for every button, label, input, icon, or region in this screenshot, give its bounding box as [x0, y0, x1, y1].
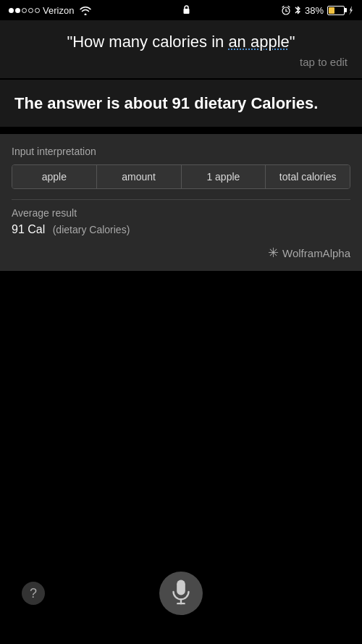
siri-query-area: "How many calories in an apple" tap to e… [0, 20, 362, 78]
interpretation-grid: apple amount 1 apple total calories [12, 164, 350, 189]
answer-area: The answer is about 91 dietary Calories. [0, 80, 362, 127]
signal-dot-3 [22, 8, 27, 13]
battery-fill [329, 7, 334, 14]
battery-percentage: 38% [305, 5, 324, 16]
input-interpretation-label: Input interpretation [12, 146, 350, 157]
divider [12, 199, 350, 200]
carrier-name: Verizon [43, 5, 74, 16]
signal-dots [9, 8, 40, 13]
query-start: "How many calories in [67, 33, 228, 51]
svg-rect-7 [177, 580, 185, 595]
status-center [182, 4, 190, 17]
wolfram-card: Input interpretation apple amount 1 appl… [0, 134, 362, 271]
bluetooth-icon [295, 5, 301, 15]
status-left: Verizon [9, 5, 91, 16]
average-result-label: Average result [12, 207, 350, 219]
signal-dot-4 [28, 8, 33, 13]
result-value: 91 Cal (dietary Calories) [12, 223, 350, 236]
wifi-icon [80, 6, 91, 15]
status-right: 38% [281, 5, 353, 16]
tap-to-edit[interactable]: tap to edit [14, 56, 348, 68]
interp-cell-quantity: 1 apple [182, 165, 266, 188]
interp-cell-total-calories: total calories [266, 165, 350, 188]
signal-dot-5 [35, 8, 40, 13]
query-text[interactable]: "How many calories in an apple" [14, 32, 348, 53]
charging-icon [348, 6, 353, 15]
wolfram-asterisk-icon: ✳ [268, 245, 279, 261]
bottom-controls: ? [0, 564, 362, 622]
status-bar: Verizon 38% [0, 0, 362, 20]
wolfram-alpha-label: WolframAlpha [282, 247, 350, 259]
answer-text: The answer is about 91 dietary Calories. [14, 93, 348, 114]
mic-button[interactable] [159, 572, 203, 615]
signal-dot-1 [9, 8, 14, 13]
result-unit: (dietary Calories) [53, 224, 130, 235]
battery-indicator [327, 6, 345, 15]
svg-rect-0 [183, 9, 189, 14]
question-icon: ? [30, 586, 37, 601]
microphone-icon [171, 580, 191, 608]
interp-cell-apple: apple [12, 165, 97, 188]
svg-line-4 [282, 7, 284, 8]
siri-bottom-area: ? [0, 369, 362, 644]
svg-line-5 [288, 7, 290, 8]
help-button[interactable]: ? [22, 582, 45, 605]
query-underlined: an apple [228, 33, 289, 51]
lock-icon [182, 4, 190, 14]
query-end: " [290, 33, 295, 51]
interp-cell-amount: amount [97, 165, 182, 188]
svg-marker-6 [349, 6, 353, 15]
wolfram-branding: ✳ WolframAlpha [12, 245, 350, 261]
signal-dot-2 [15, 8, 20, 13]
alarm-icon [281, 5, 291, 15]
result-cal: 91 Cal [12, 223, 45, 235]
